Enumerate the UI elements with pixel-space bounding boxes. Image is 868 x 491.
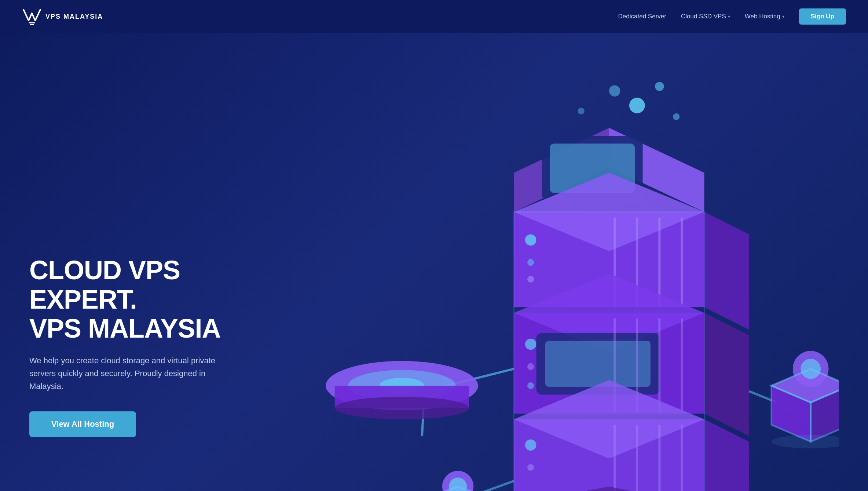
server-illustration xyxy=(279,55,839,491)
nav-links: Dedicated Server Cloud SSD VPS ▾ Web Hos… xyxy=(618,8,846,25)
svg-point-20 xyxy=(527,259,534,266)
logo-icon xyxy=(22,7,42,26)
hero-title: CLOUD VPS EXPERT. VPS MALAYSIA xyxy=(29,256,279,343)
nav-cloud-ssd-vps[interactable]: Cloud SSD VPS ▾ xyxy=(681,13,730,20)
hero-illustration xyxy=(279,55,839,491)
svg-point-51 xyxy=(335,397,469,419)
svg-rect-26 xyxy=(545,341,651,387)
navbar: VPS MALAYSIA Dedicated Server Cloud SSD … xyxy=(0,0,868,33)
nav-web-hosting[interactable]: Web Hosting ▾ xyxy=(745,13,784,20)
logo-text: VPS MALAYSIA xyxy=(45,13,103,21)
hero-content: CLOUD VPS EXPERT. VPS MALAYSIA We help y… xyxy=(29,256,279,437)
svg-rect-0 xyxy=(22,7,42,26)
view-all-hosting-button[interactable]: View All Hosting xyxy=(29,411,136,437)
logo[interactable]: VPS MALAYSIA xyxy=(22,7,103,26)
chevron-down-icon: ▾ xyxy=(728,14,730,19)
svg-point-72 xyxy=(772,435,839,448)
svg-point-4 xyxy=(655,82,664,91)
svg-point-5 xyxy=(673,113,680,120)
svg-point-21 xyxy=(527,276,534,283)
svg-point-6 xyxy=(609,85,620,97)
svg-point-19 xyxy=(525,234,536,246)
svg-point-42 xyxy=(527,464,534,471)
nav-dedicated-server[interactable]: Dedicated Server xyxy=(618,13,666,20)
svg-point-33 xyxy=(527,382,534,389)
svg-marker-13 xyxy=(704,212,749,330)
signup-button[interactable]: Sign Up xyxy=(799,8,846,25)
svg-point-31 xyxy=(525,339,536,350)
chevron-down-icon: ▾ xyxy=(782,14,784,19)
svg-point-32 xyxy=(527,363,534,370)
svg-point-41 xyxy=(525,440,536,451)
svg-point-7 xyxy=(578,108,584,114)
svg-marker-23 xyxy=(704,313,749,436)
svg-point-3 xyxy=(629,98,645,113)
hero-subtitle: We help you create cloud storage and vir… xyxy=(29,354,231,393)
hero-section: CLOUD VPS EXPERT. VPS MALAYSIA We help y… xyxy=(0,33,868,491)
